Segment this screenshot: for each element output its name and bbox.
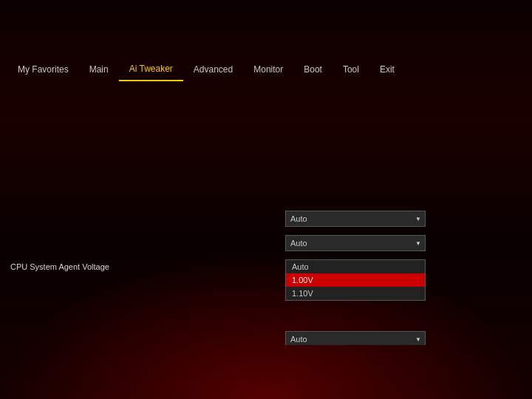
pch-core-voltage-select[interactable]: Auto	[285, 331, 426, 345]
cpu-core-cache-voltage-select[interactable]: Auto	[285, 211, 426, 227]
setting-cpu-system-agent-voltage: CPU System Agent Voltage Auto 1.00V 1.10…	[0, 256, 436, 305]
cpu-system-agent-dropdown: Auto 1.00V 1.10V	[285, 259, 426, 301]
dropdown-option-1v[interactable]: 1.00V	[286, 273, 425, 287]
dram-voltage-select[interactable]: Auto	[285, 235, 426, 251]
tab-monitor[interactable]: Monitor	[243, 58, 293, 81]
tab-exit[interactable]: Exit	[369, 58, 405, 81]
dram-voltage-select-wrapper: Auto ▼	[285, 235, 426, 251]
cpu-system-agent-dropdown-container: Auto 1.00V 1.10V	[285, 259, 426, 301]
tab-my-favorites[interactable]: My Favorites	[7, 58, 79, 81]
pch-core-voltage-select-wrapper: Auto ▼	[285, 331, 426, 345]
dropdown-option-auto[interactable]: Auto	[286, 260, 425, 273]
cpu-core-cache-voltage-select-wrapper: Auto ▼	[285, 211, 426, 227]
tab-advanced[interactable]: Advanced	[183, 58, 243, 81]
tab-main[interactable]: Main	[79, 58, 119, 81]
cpu-system-agent-voltage-label: CPU System Agent Voltage	[10, 259, 285, 271]
dropdown-option-1-1v[interactable]: 1.10V	[286, 287, 425, 300]
tab-tool[interactable]: Tool	[332, 58, 369, 81]
tab-ai-tweaker[interactable]: Ai Tweaker	[119, 58, 183, 81]
tab-boot[interactable]: Boot	[293, 58, 332, 81]
